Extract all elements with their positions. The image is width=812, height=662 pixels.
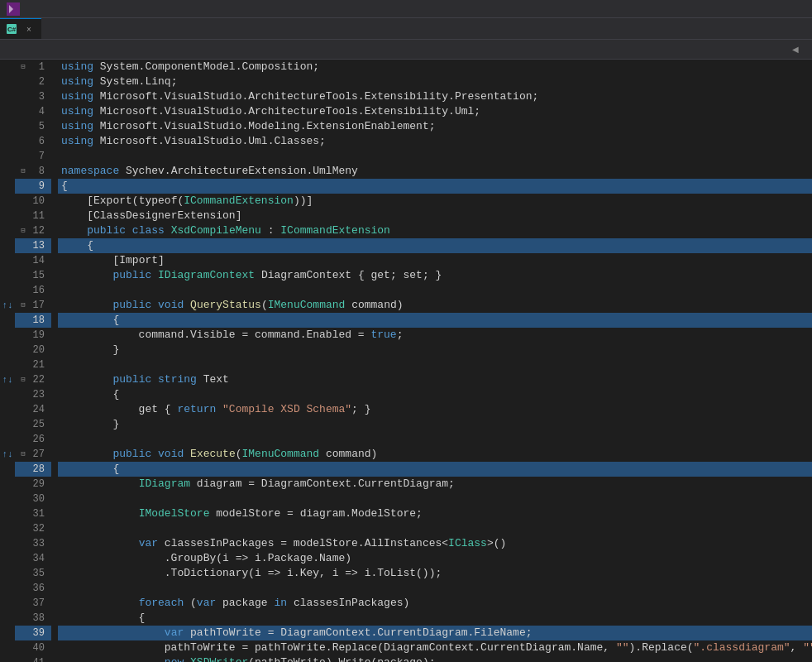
arrow-line	[0, 164, 15, 179]
arrow-line	[0, 596, 15, 611]
line-number: 3	[39, 89, 45, 104]
line-number: 34	[33, 551, 45, 566]
tab-xsd-compile-menu[interactable]: C# ×	[0, 18, 41, 39]
arrow-line	[0, 387, 15, 402]
line-number: 25	[33, 417, 45, 432]
arrow-line	[0, 432, 15, 447]
arrow-line: ↑↓	[0, 447, 15, 462]
code-line: namespace Sychev.ArchitectureExtension.U…	[58, 164, 812, 179]
token-kw: void	[158, 298, 184, 313]
gutter-line: ⊟17	[15, 298, 51, 313]
token-plain: [Export(typeof(	[87, 194, 184, 209]
line-number-gutter: ⊟1234567⊟891011⊟1213141516⊟1718192021⊟22…	[15, 60, 58, 662]
arrow-line	[0, 477, 15, 492]
code-line: {	[58, 179, 812, 194]
line-number: 23	[33, 387, 45, 402]
collapse-indicator[interactable]: ⊟	[18, 62, 28, 72]
line-number: 31	[33, 506, 45, 521]
token-method: QueryStatus	[190, 298, 261, 313]
gutter-line: 16	[15, 283, 51, 298]
code-line: public string Text	[58, 372, 812, 387]
nav-left-icon[interactable]: ◀	[789, 43, 802, 56]
code-line: {	[58, 238, 812, 253]
arrow-line	[0, 328, 15, 343]
gutter-line: 3	[15, 89, 51, 104]
token-plain: .ToDictionary(i => i.Key, i => i.ToList(…	[61, 566, 442, 581]
gutter-line: 18	[15, 313, 51, 328]
token-plain	[61, 655, 165, 662]
token-kw: in	[274, 596, 287, 611]
code-line	[58, 149, 812, 164]
token-plain: get {	[61, 402, 177, 417]
line-number: 21	[33, 357, 45, 372]
code-line: var classesInPackages = modelStore.AllIn…	[58, 536, 812, 551]
line-number: 1	[39, 60, 45, 74]
code-line: public IDiagramContext DiagramContext { …	[58, 268, 812, 283]
token-plain: pathToWrite = pathToWrite.Replace(Diagra…	[61, 640, 616, 655]
gutter-line: 2	[15, 74, 51, 89]
arrow-line	[0, 566, 15, 581]
token-kw: public	[112, 298, 151, 313]
title-bar	[0, 0, 812, 18]
vs-logo-icon	[7, 2, 20, 16]
code-line: public void Execute(IMenuCommand command…	[58, 447, 812, 462]
code-area: ↑↓↑↓↑↓ ⊟1234567⊟891011⊟1213141516⊟171819…	[0, 60, 812, 662]
collapse-indicator[interactable]: ⊟	[18, 375, 28, 385]
code-editor[interactable]: using System.ComponentModel.Composition;…	[58, 60, 812, 662]
arrow-line	[0, 209, 15, 223]
arrow-line	[0, 194, 15, 209]
token-plain	[61, 596, 139, 611]
gutter-line: 9	[15, 179, 51, 194]
line-number: 28	[33, 462, 45, 477]
arrow-line	[0, 268, 15, 283]
token-plain	[61, 477, 139, 492]
collapse-indicator[interactable]: ⊟	[18, 300, 28, 310]
gutter-line: 28	[15, 462, 51, 477]
arrow-line	[0, 357, 15, 372]
gutter-line: 4	[15, 104, 51, 119]
code-line: public class XsdCompileMenu : ICommandEx…	[58, 223, 812, 238]
gutter-line: 36	[15, 581, 51, 596]
token-plain	[61, 268, 112, 283]
gutter-line: 40	[15, 640, 51, 655]
line-number: 13	[33, 238, 45, 253]
gutter-line: 7	[15, 149, 51, 164]
line-number: 8	[39, 164, 45, 179]
code-line: using System.ComponentModel.Composition;	[58, 60, 812, 74]
arrow-line	[0, 134, 15, 149]
token-kw: using	[61, 60, 93, 74]
line-number: 12	[33, 223, 45, 238]
code-line	[58, 283, 812, 298]
token-plain	[61, 447, 112, 462]
code-line	[58, 492, 812, 506]
token-str: ""	[803, 640, 812, 655]
arrow-line	[0, 521, 15, 536]
collapse-indicator[interactable]: ⊟	[18, 226, 28, 236]
token-type: IDiagramContext	[158, 268, 255, 283]
code-line: {	[58, 387, 812, 402]
token-kw: class	[132, 223, 165, 238]
line-number: 11	[33, 209, 45, 223]
token-plain: ,	[791, 640, 804, 655]
token-kw: using	[61, 74, 93, 89]
collapse-indicator[interactable]: ⊟	[18, 166, 28, 176]
gutter-line: 10	[15, 194, 51, 209]
token-plain: }	[61, 417, 119, 432]
token-plain: {	[61, 179, 68, 194]
collapse-indicator[interactable]: ⊟	[18, 449, 28, 459]
token-kw: foreach	[139, 596, 184, 611]
arrow-line	[0, 506, 15, 521]
arrow-line	[0, 402, 15, 417]
gutter-line: 38	[15, 611, 51, 626]
code-line: [ClassDesignerExtension]	[58, 209, 812, 223]
code-line: {	[58, 611, 812, 626]
code-line	[58, 432, 812, 447]
tab-close-button[interactable]: ×	[23, 23, 35, 35]
arrow-line	[0, 551, 15, 566]
arrow-line	[0, 492, 15, 506]
token-str: "Compile XSD Schema"	[222, 402, 351, 417]
token-plain	[61, 372, 112, 387]
token-kw: public	[87, 223, 126, 238]
token-kw: true	[370, 328, 396, 343]
token-kw: string	[158, 372, 197, 387]
